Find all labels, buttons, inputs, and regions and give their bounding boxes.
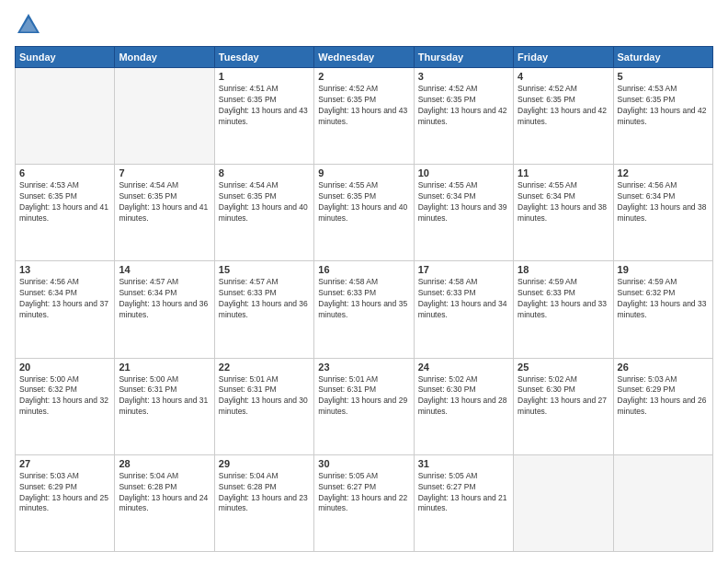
day-cell: 23Sunrise: 5:01 AMSunset: 6:31 PMDayligh… <box>314 358 414 454</box>
day-cell: 18Sunrise: 4:59 AMSunset: 6:33 PMDayligh… <box>514 261 613 358</box>
day-info: Sunrise: 5:02 AMSunset: 6:30 PMDaylight:… <box>518 374 609 419</box>
day-cell: 16Sunrise: 4:58 AMSunset: 6:33 PMDayligh… <box>314 261 414 358</box>
day-cell: 2Sunrise: 4:52 AMSunset: 6:35 PMDaylight… <box>314 68 414 165</box>
day-info: Sunrise: 4:55 AMSunset: 6:35 PMDaylight:… <box>318 180 409 224</box>
day-info: Sunrise: 4:52 AMSunset: 6:35 PMDaylight:… <box>418 84 509 128</box>
day-info: Sunrise: 4:57 AMSunset: 6:33 PMDaylight:… <box>219 277 310 321</box>
weekday-header-row: SundayMondayTuesdayWednesdayThursdayFrid… <box>16 47 713 68</box>
day-number: 22 <box>219 362 310 373</box>
week-row-3: 13Sunrise: 4:56 AMSunset: 6:34 PMDayligh… <box>16 261 713 358</box>
day-info: Sunrise: 4:55 AMSunset: 6:34 PMDaylight:… <box>518 180 609 224</box>
week-row-1: 1Sunrise: 4:51 AMSunset: 6:35 PMDaylight… <box>16 68 713 165</box>
day-number: 1 <box>219 71 310 82</box>
day-info: Sunrise: 5:00 AMSunset: 6:31 PMDaylight:… <box>119 374 210 419</box>
day-info: Sunrise: 4:56 AMSunset: 6:34 PMDaylight:… <box>19 277 110 321</box>
day-number: 25 <box>518 362 609 373</box>
day-info: Sunrise: 4:59 AMSunset: 6:32 PMDaylight:… <box>618 277 709 321</box>
day-number: 26 <box>618 362 709 373</box>
day-cell <box>115 68 214 165</box>
day-cell <box>613 454 712 551</box>
header <box>15 11 713 39</box>
day-cell: 4Sunrise: 4:52 AMSunset: 6:35 PMDaylight… <box>514 68 613 165</box>
day-info: Sunrise: 5:05 AMSunset: 6:27 PMDaylight:… <box>418 471 509 515</box>
day-cell: 6Sunrise: 4:53 AMSunset: 6:35 PMDaylight… <box>16 165 115 261</box>
day-info: Sunrise: 4:53 AMSunset: 6:35 PMDaylight:… <box>19 180 110 224</box>
day-number: 2 <box>318 71 409 82</box>
day-cell <box>514 454 613 551</box>
week-row-5: 27Sunrise: 5:03 AMSunset: 6:29 PMDayligh… <box>16 454 713 551</box>
day-number: 30 <box>318 458 409 469</box>
day-cell: 27Sunrise: 5:03 AMSunset: 6:29 PMDayligh… <box>16 454 115 551</box>
day-cell <box>16 68 115 165</box>
day-number: 9 <box>318 167 409 178</box>
day-number: 17 <box>418 264 509 275</box>
day-cell: 8Sunrise: 4:54 AMSunset: 6:35 PMDaylight… <box>214 165 313 261</box>
calendar-table: SundayMondayTuesdayWednesdayThursdayFrid… <box>15 46 713 552</box>
weekday-saturday: Saturday <box>613 47 712 68</box>
day-cell: 14Sunrise: 4:57 AMSunset: 6:34 PMDayligh… <box>115 261 214 358</box>
day-number: 24 <box>418 362 509 373</box>
day-cell: 24Sunrise: 5:02 AMSunset: 6:30 PMDayligh… <box>414 358 513 454</box>
day-info: Sunrise: 4:58 AMSunset: 6:33 PMDaylight:… <box>318 277 409 321</box>
day-number: 8 <box>219 167 310 178</box>
weekday-thursday: Thursday <box>414 47 513 68</box>
logo-icon <box>15 11 42 39</box>
day-cell: 21Sunrise: 5:00 AMSunset: 6:31 PMDayligh… <box>115 358 214 454</box>
day-info: Sunrise: 5:03 AMSunset: 6:29 PMDaylight:… <box>19 471 110 515</box>
day-number: 29 <box>219 458 310 469</box>
day-number: 21 <box>119 362 210 373</box>
page: SundayMondayTuesdayWednesdayThursdayFrid… <box>0 0 728 563</box>
day-cell: 29Sunrise: 5:04 AMSunset: 6:28 PMDayligh… <box>214 454 313 551</box>
day-number: 15 <box>219 264 310 275</box>
day-cell: 10Sunrise: 4:55 AMSunset: 6:34 PMDayligh… <box>414 165 513 261</box>
day-info: Sunrise: 4:52 AMSunset: 6:35 PMDaylight:… <box>518 84 609 128</box>
day-cell: 25Sunrise: 5:02 AMSunset: 6:30 PMDayligh… <box>514 358 613 454</box>
day-cell: 1Sunrise: 4:51 AMSunset: 6:35 PMDaylight… <box>214 68 313 165</box>
day-info: Sunrise: 5:03 AMSunset: 6:29 PMDaylight:… <box>618 374 709 419</box>
day-info: Sunrise: 4:53 AMSunset: 6:35 PMDaylight:… <box>618 84 709 128</box>
day-number: 7 <box>119 167 210 178</box>
day-info: Sunrise: 5:00 AMSunset: 6:32 PMDaylight:… <box>19 374 110 419</box>
day-number: 19 <box>618 264 709 275</box>
day-info: Sunrise: 4:52 AMSunset: 6:35 PMDaylight:… <box>318 84 409 128</box>
day-info: Sunrise: 4:58 AMSunset: 6:33 PMDaylight:… <box>418 277 509 321</box>
weekday-sunday: Sunday <box>16 47 115 68</box>
day-number: 5 <box>618 71 709 82</box>
day-cell: 30Sunrise: 5:05 AMSunset: 6:27 PMDayligh… <box>314 454 414 551</box>
day-number: 10 <box>418 167 509 178</box>
day-cell: 13Sunrise: 4:56 AMSunset: 6:34 PMDayligh… <box>16 261 115 358</box>
day-info: Sunrise: 5:01 AMSunset: 6:31 PMDaylight:… <box>219 374 310 419</box>
day-info: Sunrise: 5:02 AMSunset: 6:30 PMDaylight:… <box>418 374 509 419</box>
day-info: Sunrise: 4:59 AMSunset: 6:33 PMDaylight:… <box>518 277 609 321</box>
day-cell: 28Sunrise: 5:04 AMSunset: 6:28 PMDayligh… <box>115 454 214 551</box>
day-number: 28 <box>119 458 210 469</box>
day-cell: 3Sunrise: 4:52 AMSunset: 6:35 PMDaylight… <box>414 68 513 165</box>
day-number: 11 <box>518 167 609 178</box>
day-info: Sunrise: 4:51 AMSunset: 6:35 PMDaylight:… <box>219 84 310 128</box>
weekday-wednesday: Wednesday <box>314 47 414 68</box>
weekday-tuesday: Tuesday <box>214 47 313 68</box>
weekday-monday: Monday <box>115 47 214 68</box>
day-cell: 11Sunrise: 4:55 AMSunset: 6:34 PMDayligh… <box>514 165 613 261</box>
day-number: 4 <box>518 71 609 82</box>
day-number: 6 <box>19 167 110 178</box>
day-number: 23 <box>318 362 409 373</box>
day-info: Sunrise: 5:04 AMSunset: 6:28 PMDaylight:… <box>119 471 210 515</box>
day-cell: 19Sunrise: 4:59 AMSunset: 6:32 PMDayligh… <box>613 261 712 358</box>
day-info: Sunrise: 4:55 AMSunset: 6:34 PMDaylight:… <box>418 180 509 224</box>
day-info: Sunrise: 4:57 AMSunset: 6:34 PMDaylight:… <box>119 277 210 321</box>
day-number: 12 <box>618 167 709 178</box>
day-number: 16 <box>318 264 409 275</box>
day-cell: 7Sunrise: 4:54 AMSunset: 6:35 PMDaylight… <box>115 165 214 261</box>
day-info: Sunrise: 4:54 AMSunset: 6:35 PMDaylight:… <box>119 180 210 224</box>
day-info: Sunrise: 4:54 AMSunset: 6:35 PMDaylight:… <box>219 180 310 224</box>
day-info: Sunrise: 5:05 AMSunset: 6:27 PMDaylight:… <box>318 471 409 515</box>
day-cell: 15Sunrise: 4:57 AMSunset: 6:33 PMDayligh… <box>214 261 313 358</box>
day-number: 13 <box>19 264 110 275</box>
day-cell: 17Sunrise: 4:58 AMSunset: 6:33 PMDayligh… <box>414 261 513 358</box>
day-info: Sunrise: 4:56 AMSunset: 6:34 PMDaylight:… <box>618 180 709 224</box>
day-cell: 22Sunrise: 5:01 AMSunset: 6:31 PMDayligh… <box>214 358 313 454</box>
day-number: 18 <box>518 264 609 275</box>
day-number: 14 <box>119 264 210 275</box>
day-cell: 12Sunrise: 4:56 AMSunset: 6:34 PMDayligh… <box>613 165 712 261</box>
